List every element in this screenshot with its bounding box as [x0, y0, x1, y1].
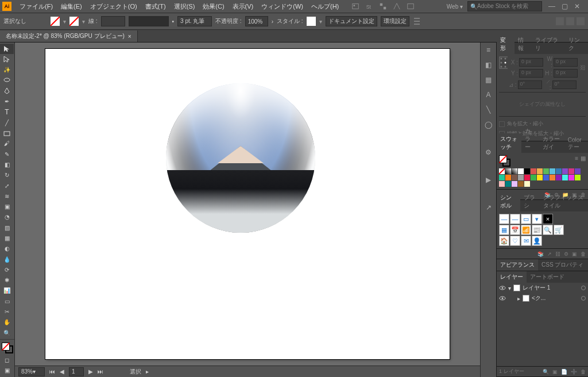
menu-select[interactable]: 選択(S): [171, 1, 199, 12]
tab-transform[interactable]: 変形: [497, 34, 514, 54]
minimize-icon[interactable]: —: [548, 2, 556, 10]
gpu-icon[interactable]: [393, 2, 401, 10]
layer-row[interactable]: ▾ レイヤー 1: [497, 283, 588, 293]
env-setup-button[interactable]: 環境設定: [381, 16, 409, 26]
symbol-item[interactable]: 📅: [510, 225, 520, 235]
tab-color[interactable]: カラー: [521, 125, 539, 153]
mesh-tool[interactable]: ▦: [0, 233, 14, 243]
tab-artboards[interactable]: アートボード: [527, 271, 568, 283]
perspective-tool[interactable]: ▧: [0, 222, 14, 233]
swatch-item[interactable]: [531, 168, 536, 174]
symbol-item[interactable]: ▾: [532, 214, 542, 224]
tab-links[interactable]: リンク: [565, 34, 588, 54]
y-field[interactable]: 0 px: [519, 69, 543, 78]
panel-menu-icon[interactable]: [577, 17, 585, 25]
stock-icon[interactable]: St: [365, 2, 373, 10]
align-icon[interactable]: [413, 17, 421, 25]
swatch-item[interactable]: [505, 175, 511, 180]
selection-tool[interactable]: [0, 44, 14, 54]
scale-tool[interactable]: ⤢: [0, 180, 14, 191]
tab-swatches[interactable]: スウォッチ: [497, 133, 521, 153]
direct-selection-tool[interactable]: [0, 54, 14, 64]
tab-layers[interactable]: レイヤー: [497, 271, 527, 283]
tab-graphic-styles[interactable]: グラフィックスタイル: [540, 192, 588, 211]
dock-appearance-icon[interactable]: ◯: [483, 120, 494, 130]
x-field[interactable]: 0 px: [519, 58, 543, 67]
rotate-tool[interactable]: ↻: [0, 170, 14, 180]
symbol-item[interactable]: ▭: [521, 214, 531, 224]
tab-symbols[interactable]: シンボル: [497, 192, 520, 211]
swatch-item[interactable]: [512, 181, 517, 187]
symbol-item[interactable]: 📶: [521, 225, 531, 235]
tab-appearance[interactable]: アピアランス: [497, 259, 538, 271]
menu-file[interactable]: ファイル(F): [16, 1, 56, 12]
visibility-icon[interactable]: [499, 295, 506, 302]
workspace-switcher[interactable]: Web ▾: [443, 3, 466, 10]
symbol-item[interactable]: ×: [543, 214, 553, 224]
dock-export-icon[interactable]: ↗: [483, 202, 494, 213]
make-clipping-icon[interactable]: ▣: [552, 369, 558, 375]
menu-edit[interactable]: 編集(E): [57, 1, 86, 12]
delete-layer-icon[interactable]: 🗑: [581, 369, 586, 375]
dock-swatches-icon[interactable]: ▦: [483, 75, 494, 85]
symbol-item[interactable]: ♡: [510, 236, 520, 246]
swatch-item[interactable]: [575, 168, 581, 174]
layer-name[interactable]: <ク...: [532, 294, 579, 302]
visibility-icon[interactable]: [499, 284, 506, 291]
document-tab[interactable]: 名称未設定-2* @ 83% (RGB/GPU プレビュー) ×: [0, 30, 138, 42]
w-field[interactable]: 0 px: [554, 58, 578, 67]
magic-wand-tool[interactable]: ✨: [0, 65, 14, 75]
artboard-nav-next-icon[interactable]: ▶: [88, 368, 93, 375]
locate-object-icon[interactable]: 🔍: [543, 369, 549, 375]
draw-mode-normal[interactable]: ◻: [0, 355, 14, 366]
placed-image[interactable]: [166, 83, 315, 233]
fill-stroke-control[interactable]: [2, 343, 13, 353]
tab-css[interactable]: CSS プロパティ: [538, 259, 587, 271]
swatch-item[interactable]: [556, 168, 562, 174]
swatch-item[interactable]: [512, 175, 517, 180]
hand-tool[interactable]: ✋: [0, 317, 14, 328]
menu-view[interactable]: 表示(V): [229, 1, 257, 12]
stroke-swatch[interactable]: [69, 17, 79, 26]
dock-color-icon[interactable]: ◧: [483, 60, 494, 70]
swatch-item[interactable]: [537, 168, 543, 174]
symbol-item[interactable]: —: [499, 214, 509, 224]
angle-field[interactable]: 0°: [518, 80, 542, 89]
tab-library[interactable]: ライブラリ: [532, 34, 565, 54]
shape-builder-tool[interactable]: ◔: [0, 212, 14, 222]
swatch-item[interactable]: [524, 168, 530, 174]
swatch-item[interactable]: [562, 175, 568, 180]
dock-stroke-icon[interactable]: ╲: [483, 105, 494, 115]
artboard-tool[interactable]: ▭: [0, 296, 14, 306]
swatch-item[interactable]: [550, 168, 555, 174]
scale-corners-checkbox[interactable]: [499, 121, 505, 127]
gradient-tool[interactable]: ◐: [0, 244, 14, 254]
eyedropper-tool[interactable]: 💧: [0, 254, 14, 264]
target-icon[interactable]: [581, 286, 586, 290]
symbol-break-icon[interactable]: ⛓: [555, 251, 560, 257]
symbol-item[interactable]: —: [510, 214, 520, 224]
swatch-item[interactable]: [518, 181, 524, 187]
artboard-number[interactable]: 1: [69, 367, 84, 376]
h-field[interactable]: 0 px: [554, 69, 578, 78]
layer-row[interactable]: ▸ <ク...: [497, 293, 588, 303]
symbol-library-icon[interactable]: 📚: [537, 251, 544, 257]
line-tool[interactable]: ╱: [0, 117, 14, 128]
swatch-list-view-icon[interactable]: ≡: [575, 155, 578, 167]
artboard[interactable]: [45, 49, 450, 359]
menu-effect[interactable]: 効果(C): [199, 1, 227, 12]
canvas-area[interactable]: 83% ▾ ⏮ ◀ 1 ▶ ⏭ 選択 ▸: [15, 43, 480, 377]
shaper-tool[interactable]: ✎: [0, 149, 14, 159]
symbol-options-icon[interactable]: ⚙: [564, 251, 568, 257]
shear-field[interactable]: 0°: [552, 80, 577, 89]
reference-point-icon[interactable]: [499, 56, 508, 69]
swatch-gradient[interactable]: [512, 168, 517, 174]
var-width-profile[interactable]: [129, 16, 169, 26]
symbol-place-icon[interactable]: ↗: [547, 251, 552, 257]
tab-brushes[interactable]: ブラシ: [520, 192, 540, 211]
swatch-item[interactable]: [543, 175, 549, 180]
eraser-tool[interactable]: ◧: [0, 159, 14, 170]
pen-tool[interactable]: [0, 86, 14, 96]
disclosure-icon[interactable]: ▸: [517, 295, 520, 302]
new-layer-icon[interactable]: ➕: [571, 369, 577, 375]
